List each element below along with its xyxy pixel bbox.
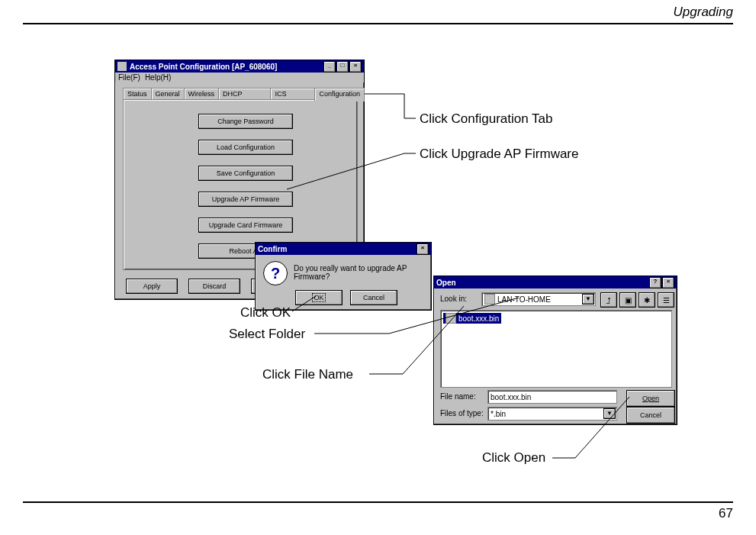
- file-name-label: File name:: [440, 392, 476, 401]
- callout-upgrade-ap: Click Upgrade AP Firmware: [420, 147, 578, 162]
- selected-file-item[interactable]: boot.xxx.bin: [443, 313, 501, 324]
- confirm-close-button[interactable]: ×: [417, 243, 429, 255]
- open-title: Open: [436, 279, 456, 287]
- list-view-icon[interactable]: ☰: [658, 292, 674, 308]
- ok-button[interactable]: OK: [295, 290, 343, 305]
- files-type-dropdown[interactable]: *.bin ▼: [487, 407, 617, 421]
- callout-click-open: Click Open: [482, 450, 545, 466]
- selected-file-name: boot.xxx.bin: [458, 314, 499, 323]
- ok-button-label: OK: [312, 293, 325, 302]
- confirm-dialog: Confirm × Do you really want to upgrade …: [255, 242, 432, 311]
- confirm-titlebar: Confirm ×: [256, 243, 431, 255]
- new-folder-icon[interactable]: ✱: [639, 292, 655, 308]
- files-type-value: *.bin: [491, 410, 506, 418]
- files-type-label: Files of type:: [440, 409, 484, 417]
- confirm-title: Confirm: [258, 245, 287, 253]
- file-list[interactable]: boot.xxx.bin: [440, 310, 672, 388]
- open-cancel-button[interactable]: Cancel: [626, 407, 675, 424]
- apply-button[interactable]: Apply: [126, 279, 178, 294]
- menubar: File(F) Help(H): [115, 73, 364, 82]
- page-number: 67: [719, 506, 733, 521]
- file-name-value: boot.xxx.bin: [491, 393, 531, 401]
- header-rule: [23, 23, 733, 24]
- confirm-message: Do you really want to upgrade AP Firmwar…: [294, 264, 431, 281]
- look-in-dropdown[interactable]: LAN-TO-HOME ▼: [481, 292, 596, 306]
- callout-click-ok: Click OK: [240, 305, 291, 321]
- discard-button[interactable]: Discard: [188, 279, 240, 294]
- change-password-button[interactable]: Change Password: [198, 114, 293, 129]
- open-close-button[interactable]: ×: [662, 277, 674, 288]
- folder-icon: [484, 294, 495, 305]
- maximize-button[interactable]: □: [336, 61, 349, 73]
- footer-rule: [23, 501, 733, 503]
- page-header-title: Upgrading: [674, 5, 733, 20]
- look-in-value: LAN-TO-HOME: [497, 295, 551, 304]
- open-button-label: Open: [642, 395, 659, 402]
- save-config-button[interactable]: Save Configuration: [198, 166, 293, 181]
- app-icon: [117, 62, 127, 71]
- upgrade-ap-button[interactable]: Upgrade AP Firmware: [198, 192, 293, 207]
- open-titlebar: Open ? ×: [434, 276, 677, 288]
- tab-configuration[interactable]: Configuration: [314, 88, 365, 102]
- callout-select-folder: Select Folder: [229, 327, 305, 342]
- menu-help[interactable]: Help(H): [145, 73, 171, 82]
- desktop-icon[interactable]: ▣: [619, 292, 636, 308]
- config-title: Access Point Configuration [AP_608060]: [130, 63, 277, 71]
- callout-config-tab: Click Configuration Tab: [420, 111, 553, 127]
- open-help-button[interactable]: ?: [649, 277, 661, 288]
- menu-file[interactable]: File(F): [118, 73, 140, 82]
- look-in-dropdown-arrow[interactable]: ▼: [582, 294, 594, 305]
- upgrade-card-button[interactable]: Upgrade Card Firmware: [198, 218, 293, 233]
- minimize-button[interactable]: _: [323, 61, 336, 73]
- callout-click-file: Click File Name: [262, 367, 353, 382]
- cancel-button[interactable]: Cancel: [350, 290, 397, 305]
- file-name-input[interactable]: boot.xxx.bin: [487, 390, 617, 404]
- open-button[interactable]: Open: [626, 390, 675, 407]
- file-icon: [446, 313, 456, 324]
- close-button[interactable]: ×: [349, 61, 362, 73]
- look-in-label: Look in:: [440, 295, 467, 303]
- load-config-button[interactable]: Load Configuration: [198, 140, 293, 155]
- question-icon: [263, 261, 288, 285]
- files-type-dropdown-arrow[interactable]: ▼: [603, 408, 616, 419]
- config-titlebar: Access Point Configuration [AP_608060] _…: [115, 60, 364, 73]
- up-one-level-icon[interactable]: ⮥: [600, 292, 617, 308]
- open-dialog: Open ? × Look in: LAN-TO-HOME ▼ ⮥ ▣ ✱ ☰ …: [433, 276, 677, 425]
